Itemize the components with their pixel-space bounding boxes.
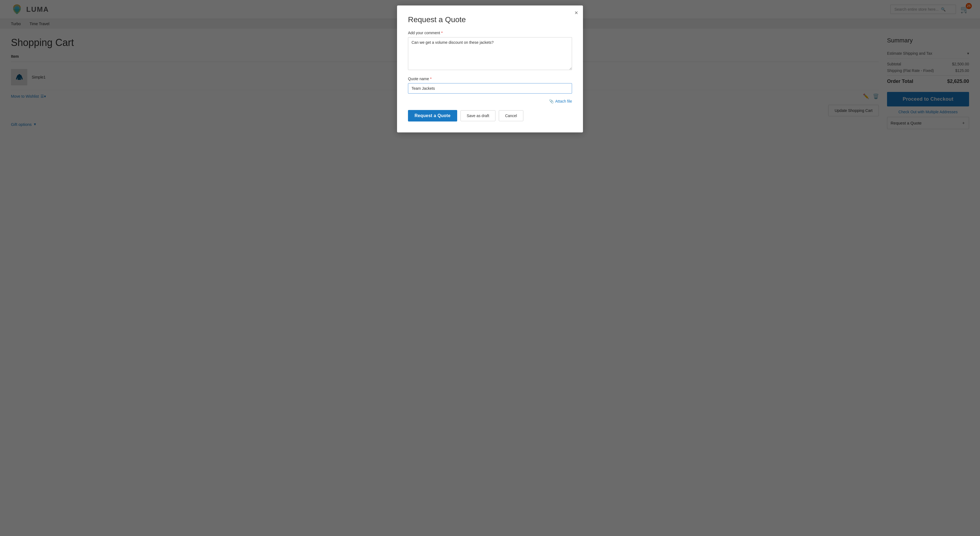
quote-name-label: Quote name* <box>408 77 572 81</box>
modal-title: Request a Quote <box>408 15 572 24</box>
modal-button-row: Request a Quote Save as draft Cancel <box>408 110 572 121</box>
save-as-draft-button[interactable]: Save as draft <box>460 110 496 121</box>
request-quote-button[interactable]: Request a Quote <box>408 110 457 121</box>
attach-file-link[interactable]: 📎 Attach file <box>549 99 572 104</box>
cancel-button[interactable]: Cancel <box>499 110 523 121</box>
comment-label: Add your comment* <box>408 30 572 35</box>
request-quote-modal: × Request a Quote Add your comment* Can … <box>397 5 583 132</box>
attach-file-text: Attach file <box>555 99 572 104</box>
comment-field-group: Add your comment* Can we get a volume di… <box>408 30 572 71</box>
comment-textarea[interactable]: Can we get a volume discount on these ja… <box>408 37 572 70</box>
quote-name-input[interactable] <box>408 83 572 94</box>
quote-name-required-star: * <box>430 77 431 81</box>
comment-label-text: Add your comment <box>408 30 440 35</box>
comment-required-star: * <box>441 30 443 35</box>
paperclip-icon: 📎 <box>549 99 554 104</box>
quote-name-label-text: Quote name <box>408 77 429 81</box>
quote-name-field-group: Quote name* <box>408 77 572 94</box>
modal-overlay: × Request a Quote Add your comment* Can … <box>0 0 980 536</box>
attach-file-row: 📎 Attach file <box>408 99 572 104</box>
modal-close-button[interactable]: × <box>574 10 578 16</box>
